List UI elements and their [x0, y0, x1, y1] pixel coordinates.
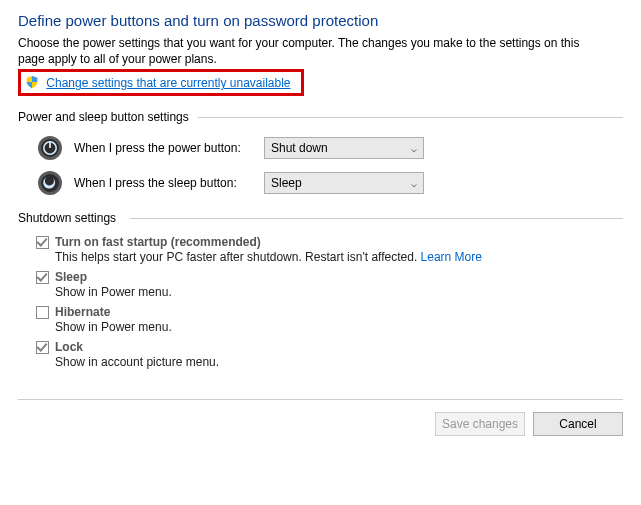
cancel-button[interactable]: Cancel [533, 412, 623, 436]
sleep-button-select[interactable]: Sleep ⌵ [264, 172, 424, 194]
lock-desc: Show in account picture menu. [55, 355, 623, 369]
option-fast-startup: Turn on fast startup (recommended) This … [36, 235, 623, 264]
lock-label: Lock [55, 340, 83, 354]
sleep-button-icon [36, 169, 64, 197]
fast-startup-desc: This helps start your PC faster after sh… [55, 250, 623, 264]
row-power-button: When I press the power button: Shut down… [36, 134, 623, 162]
option-sleep: Sleep Show in Power menu. [36, 270, 623, 299]
save-button: Save changes [435, 412, 525, 436]
option-hibernate: Hibernate Show in Power menu. [36, 305, 623, 334]
uac-shield-icon [25, 75, 39, 89]
power-button-icon [36, 134, 64, 162]
sleep-button-value: Sleep [271, 176, 302, 190]
row-sleep-button: When I press the sleep button: Sleep ⌵ [36, 169, 623, 197]
sleep-desc: Show in Power menu. [55, 285, 623, 299]
power-button-value: Shut down [271, 141, 328, 155]
checkbox-hibernate[interactable] [36, 306, 49, 319]
learn-more-link[interactable]: Learn More [421, 250, 482, 264]
sleep-button-label: When I press the sleep button: [74, 176, 264, 190]
checkbox-lock[interactable] [36, 341, 49, 354]
power-button-label: When I press the power button: [74, 141, 264, 155]
chevron-down-icon: ⌵ [411, 178, 417, 189]
section-header-power: Power and sleep button settings [18, 110, 623, 124]
checkbox-fast-startup[interactable] [36, 236, 49, 249]
chevron-down-icon: ⌵ [411, 143, 417, 154]
fast-startup-label: Turn on fast startup (recommended) [55, 235, 261, 249]
highlight-box: Change settings that are currently unava… [18, 69, 304, 96]
option-lock: Lock Show in account picture menu. [36, 340, 623, 369]
checkbox-sleep[interactable] [36, 271, 49, 284]
section-header-shutdown: Shutdown settings [18, 211, 623, 225]
footer: Save changes Cancel [18, 399, 623, 436]
fast-startup-desc-text: This helps start your PC faster after sh… [55, 250, 421, 264]
page-subtitle: Choose the power settings that you want … [18, 35, 598, 67]
power-button-select[interactable]: Shut down ⌵ [264, 137, 424, 159]
hibernate-desc: Show in Power menu. [55, 320, 623, 334]
hibernate-label: Hibernate [55, 305, 110, 319]
sleep-label: Sleep [55, 270, 87, 284]
page-title: Define power buttons and turn on passwor… [18, 12, 623, 29]
change-settings-link[interactable]: Change settings that are currently unava… [46, 76, 290, 90]
